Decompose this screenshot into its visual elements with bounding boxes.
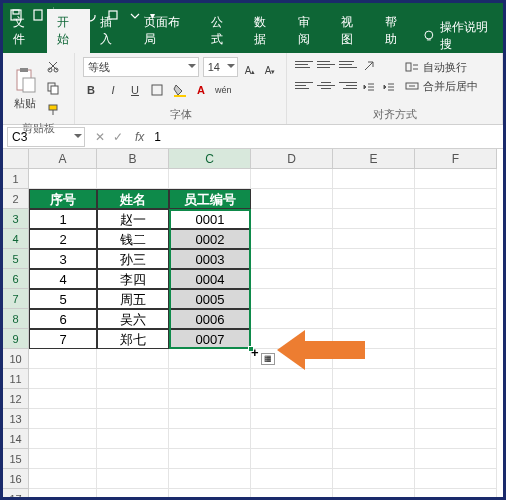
cell[interactable] [251,289,333,309]
paste-button[interactable]: 粘贴 [11,66,39,111]
row-header[interactable]: 17 [3,489,29,500]
cell[interactable]: 0004 [169,269,251,289]
cell[interactable] [251,249,333,269]
col-header-B[interactable]: B [97,149,169,169]
cell[interactable]: 4 [29,269,97,289]
cell[interactable] [333,209,415,229]
cell[interactable]: 0006 [169,309,251,329]
cell[interactable] [333,169,415,189]
col-header-A[interactable]: A [29,149,97,169]
cell[interactable] [415,349,497,369]
cell[interactable] [169,369,251,389]
cell[interactable]: 郑七 [97,329,169,349]
cell[interactable]: 李四 [97,269,169,289]
align-right-icon[interactable] [339,78,357,92]
fx-icon[interactable]: fx [129,130,150,144]
autofill-options-icon[interactable]: ▦ [261,353,275,365]
cell[interactable] [29,429,97,449]
decrease-indent-icon[interactable] [361,78,377,96]
cell[interactable] [333,429,415,449]
cell[interactable] [333,309,415,329]
select-all-corner[interactable] [3,149,29,169]
cell[interactable]: 5 [29,289,97,309]
cell[interactable]: 0007 [169,329,251,349]
cell[interactable] [415,229,497,249]
align-bottom-icon[interactable] [339,57,357,71]
row-header[interactable]: 9 [3,329,29,349]
row-header[interactable]: 2 [3,189,29,209]
copy-icon[interactable] [45,79,61,97]
cell[interactable] [169,429,251,449]
col-header-F[interactable]: F [415,149,497,169]
cell[interactable] [251,209,333,229]
cell[interactable] [29,169,97,189]
cell[interactable] [333,469,415,489]
row-header[interactable]: 11 [3,369,29,389]
formula-input[interactable]: 1 [150,130,503,144]
cut-icon[interactable] [45,57,61,75]
row-header[interactable]: 1 [3,169,29,189]
row-header[interactable]: 6 [3,269,29,289]
cell[interactable]: 孙三 [97,249,169,269]
cell[interactable]: 周五 [97,289,169,309]
cell[interactable]: 钱二 [97,229,169,249]
cell[interactable] [415,249,497,269]
cell[interactable] [251,409,333,429]
cell[interactable] [415,269,497,289]
cell[interactable] [251,489,333,500]
cell[interactable] [97,429,169,449]
cell[interactable] [333,269,415,289]
align-middle-icon[interactable] [317,57,335,71]
cell[interactable]: 吴六 [97,309,169,329]
cell[interactable] [415,289,497,309]
cell[interactable]: 0002 [169,229,251,249]
row-header[interactable]: 13 [3,409,29,429]
cell[interactable] [333,409,415,429]
fill-color-icon[interactable] [171,81,187,99]
font-size-select[interactable]: 14 [203,57,238,77]
spreadsheet-grid[interactable]: A B C D E F 12序号姓名员工编号31赵一000142钱二000253… [3,149,503,500]
cell[interactable] [97,369,169,389]
cell[interactable] [97,489,169,500]
cell[interactable] [333,289,415,309]
font-color-icon[interactable]: A [193,81,209,99]
underline-button[interactable]: U [127,81,143,99]
cancel-icon[interactable]: ✕ [95,130,105,144]
col-header-D[interactable]: D [251,149,333,169]
cell[interactable] [169,389,251,409]
cell[interactable]: 序号 [29,189,97,209]
decrease-font-icon[interactable]: A▾ [262,58,278,76]
tab-help[interactable]: 帮助 [375,9,419,53]
col-header-C[interactable]: C [169,149,251,169]
increase-indent-icon[interactable] [381,78,397,96]
tab-home[interactable]: 开始 [47,9,91,53]
cell[interactable] [415,209,497,229]
tab-formulas[interactable]: 公式 [201,9,245,53]
cell[interactable] [251,169,333,189]
cell[interactable] [169,449,251,469]
row-header[interactable]: 8 [3,309,29,329]
cell[interactable] [97,169,169,189]
cell[interactable] [169,169,251,189]
wrap-text-button[interactable]: 自动换行 [405,60,478,75]
cell[interactable] [29,489,97,500]
cell[interactable]: 姓名 [97,189,169,209]
cell[interactable] [97,409,169,429]
cell[interactable] [97,449,169,469]
cell[interactable] [29,409,97,429]
cell[interactable] [29,349,97,369]
tab-layout[interactable]: 页面布局 [134,9,201,53]
cell[interactable] [333,189,415,209]
cell[interactable]: 6 [29,309,97,329]
tab-review[interactable]: 审阅 [288,9,332,53]
cell[interactable] [29,389,97,409]
cell[interactable] [29,449,97,469]
cell[interactable] [251,269,333,289]
confirm-icon[interactable]: ✓ [113,130,123,144]
increase-font-icon[interactable]: A▴ [242,58,258,76]
cell[interactable] [415,469,497,489]
cell[interactable] [333,249,415,269]
cell[interactable]: 3 [29,249,97,269]
align-top-icon[interactable] [295,57,313,71]
cell[interactable] [415,189,497,209]
